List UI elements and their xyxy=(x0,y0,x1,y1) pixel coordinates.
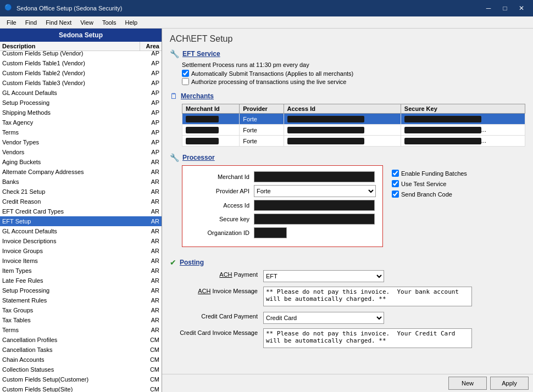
secure-key-label: Secure key xyxy=(189,216,249,222)
sidebar-item[interactable]: Shipping MethodsAP xyxy=(0,108,162,117)
sidebar-item[interactable]: Late Fee RulesAR xyxy=(0,276,162,285)
sidebar-item[interactable]: Check 21 SetupAR xyxy=(0,187,162,197)
sidebar-item[interactable]: Custom Fields Table3 (Vendor)AP xyxy=(0,78,162,88)
processor-checkbox-1[interactable] xyxy=(392,180,399,187)
sidebar-item[interactable]: TermsAP xyxy=(0,127,162,137)
merchants-table: Merchant Id Provider Access Id Secure Ke… xyxy=(182,104,525,147)
sidebar-item-area: AR xyxy=(137,317,159,323)
menu-item-help[interactable]: Help xyxy=(121,16,142,29)
merchants-title: Merchants xyxy=(181,92,214,100)
sidebar-item[interactable]: Setup ProcessingAR xyxy=(0,285,162,295)
sidebar-item-label: Check 21 Setup xyxy=(2,188,137,195)
sidebar-item-label: EFT Credit Card Types xyxy=(2,208,137,215)
close-button[interactable]: ✕ xyxy=(514,3,529,14)
eft-service-header: 🔧 EFT Service xyxy=(170,49,525,58)
window-title: Sedona Office Setup (Sedona Security) xyxy=(16,5,481,12)
sidebar-item[interactable]: GL Account DefaultsAR xyxy=(0,226,162,236)
merchant-id-input[interactable] xyxy=(254,171,375,182)
sidebar-item[interactable]: TermsAR xyxy=(0,325,162,335)
cell-merchant-id xyxy=(182,114,240,125)
sidebar-item[interactable]: Statement RulesAR xyxy=(0,295,162,305)
sidebar-item[interactable]: Aging BucketsAR xyxy=(0,157,162,167)
ach-payment-select[interactable]: EFT ACH Check xyxy=(263,270,384,282)
provider-api-select[interactable]: Forte xyxy=(254,185,376,197)
table-row[interactable]: Forte... xyxy=(182,136,525,147)
cell-merchant-id xyxy=(182,136,240,147)
sidebar-item[interactable]: Vendor TypesAP xyxy=(0,137,162,147)
sidebar-item[interactable]: Tax TablesAR xyxy=(0,315,162,325)
ach-payment-label: ACH Payment xyxy=(170,270,258,278)
authorize-live-checkbox[interactable] xyxy=(182,78,189,85)
sidebar-item[interactable]: Item TypesAR xyxy=(0,266,162,276)
sidebar-item-label: Vendor Types xyxy=(2,139,137,145)
sidebar-item-label: Collection Statuses xyxy=(2,366,137,373)
sidebar-item-area: CM xyxy=(137,346,159,353)
cell-secure-key xyxy=(401,114,525,125)
credit-card-payment-label: Credit Card Payment xyxy=(170,312,258,320)
processor-checkbox-label-0: Enable Funding Batches xyxy=(401,170,467,177)
sidebar-item[interactable]: Custom Fields Setup (Vendor)AP xyxy=(0,51,162,58)
auto-submit-label: Automatically Submit Transactions (Appli… xyxy=(191,70,353,77)
window-controls: ─ □ ✕ xyxy=(481,3,529,14)
sidebar-item-area: AR xyxy=(137,297,159,304)
sidebar-item[interactable]: VendorsAP xyxy=(0,147,162,157)
menu-item-view[interactable]: View xyxy=(76,16,98,29)
sidebar-item[interactable]: Custom Fields Setup(Customer)CM xyxy=(0,374,162,384)
merchants-body: Merchant Id Provider Access Id Secure Ke… xyxy=(182,104,525,147)
org-id-input[interactable] xyxy=(254,227,287,238)
provider-api-row: Provider API Forte xyxy=(189,185,376,197)
menu-item-find[interactable]: Find xyxy=(21,16,41,29)
sidebar-item[interactable]: Cancellation ProfilesCM xyxy=(0,335,162,345)
minimize-button[interactable]: ─ xyxy=(481,3,496,14)
secure-key-input[interactable] xyxy=(254,214,375,225)
apply-button[interactable]: Apply xyxy=(490,377,529,390)
menu-item-tools[interactable]: Tools xyxy=(98,16,121,29)
sidebar-item[interactable]: GL Account DefaultsAP xyxy=(0,88,162,98)
sidebar-item[interactable]: EFT Credit Card TypesAR xyxy=(0,206,162,216)
sidebar-item[interactable]: Invoice ItemsAR xyxy=(0,256,162,266)
sidebar-item[interactable]: Custom Fields Table2 (Vendor)AP xyxy=(0,68,162,78)
ach-invoice-message-input[interactable]: ** Please do not pay this invoice. Your … xyxy=(263,287,472,306)
sidebar-list[interactable]: Sedona ModulesOPCustom Fields Setup (Ven… xyxy=(0,51,162,392)
processor-checkbox-label-1: Use Test Service xyxy=(401,181,446,187)
maximize-button[interactable]: □ xyxy=(498,3,512,14)
ach-payment-control: EFT ACH Check xyxy=(263,270,525,282)
sidebar-item-area: AR xyxy=(137,238,159,244)
sidebar-item-area: AP xyxy=(137,139,159,145)
new-button[interactable]: New xyxy=(448,377,487,390)
sidebar-item[interactable]: Custom Fields Setup(Site)CM xyxy=(0,384,162,392)
processor-checkbox-2[interactable] xyxy=(392,191,399,198)
processor-checkbox-0[interactable] xyxy=(392,170,399,177)
credit-card-invoice-message-control: ** Please do not pay this invoice. Your … xyxy=(263,328,525,349)
sidebar-item[interactable]: Cancellation TasksCM xyxy=(0,345,162,355)
menu-item-file[interactable]: File xyxy=(2,16,21,29)
sidebar-item[interactable]: Tax AgencyAP xyxy=(0,117,162,127)
sidebar-item[interactable]: Invoice DescriptionsAR xyxy=(0,236,162,246)
posting-title: Posting xyxy=(180,259,204,266)
sidebar-item[interactable]: Chain AccountsCM xyxy=(0,355,162,365)
credit-card-payment-select[interactable]: Credit Card Other xyxy=(263,312,384,324)
sidebar-item[interactable]: BanksAR xyxy=(0,177,162,187)
sidebar-item-area: AP xyxy=(137,70,159,76)
sidebar-item[interactable]: EFT SetupAR xyxy=(0,216,162,226)
org-id-row: Organization ID xyxy=(189,227,376,238)
sidebar-item[interactable]: Custom Fields Table1 (Vendor)AP xyxy=(0,58,162,68)
org-id-label: Organization ID xyxy=(189,229,249,236)
auto-submit-checkbox[interactable] xyxy=(182,70,189,77)
credit-card-invoice-message-input[interactable]: ** Please do not pay this invoice. Your … xyxy=(263,328,472,348)
processor-checkbox-row: Use Test Service xyxy=(392,180,467,187)
sidebar-item[interactable]: Credit ReasonAR xyxy=(0,197,162,206)
menu-item-find-next[interactable]: Find Next xyxy=(41,16,76,29)
col-area: Area xyxy=(140,42,162,51)
sidebar-item[interactable]: Tax GroupsAR xyxy=(0,305,162,315)
sidebar-item-area: AP xyxy=(137,60,159,66)
sidebar-item[interactable]: Setup ProcessingAP xyxy=(0,98,162,108)
settlement-text: Settlement Process runs at 11:30 pm ever… xyxy=(182,61,525,68)
access-id-input[interactable] xyxy=(254,200,375,211)
sidebar-item[interactable]: Invoice GroupsAR xyxy=(0,246,162,256)
table-row[interactable]: Forte xyxy=(182,114,525,125)
sidebar-item[interactable]: Collection StatusesCM xyxy=(0,365,162,374)
table-row[interactable]: Forte... xyxy=(182,125,525,136)
sidebar-item[interactable]: Alternate Company AddressesAR xyxy=(0,167,162,177)
processor-checkbox-label-2: Send Branch Code xyxy=(401,191,452,198)
